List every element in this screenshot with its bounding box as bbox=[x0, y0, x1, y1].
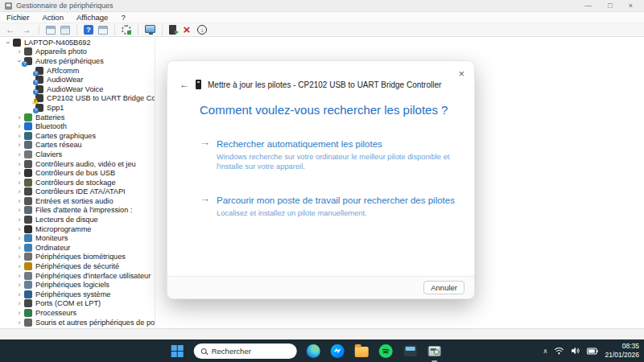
menu-action[interactable]: Action bbox=[43, 13, 64, 22]
minimize-button[interactable]: — bbox=[584, 0, 592, 12]
expander-icon[interactable]: › bbox=[14, 132, 24, 140]
expander-icon[interactable]: › bbox=[14, 319, 24, 327]
expander-icon[interactable]: › bbox=[14, 206, 24, 214]
tree-item[interactable]: ›Ports (COM et LPT) bbox=[0, 299, 155, 309]
tree-item[interactable]: ›Moniteurs bbox=[0, 233, 155, 243]
tree-item[interactable]: ›?ARfcomm bbox=[0, 66, 155, 76]
menu-affichage[interactable]: Affichage bbox=[76, 13, 108, 22]
unknown-device-icon: ? bbox=[35, 104, 43, 112]
expander-icon[interactable]: › bbox=[14, 234, 24, 242]
expander-icon[interactable]: › bbox=[14, 179, 24, 187]
expander-icon[interactable]: › bbox=[14, 309, 24, 317]
expander-icon[interactable]: › bbox=[14, 141, 24, 149]
tree-item[interactable]: ›Contrôleurs IDE ATA/ATAPI bbox=[0, 187, 155, 197]
dialog-back-icon[interactable]: ← bbox=[180, 79, 189, 90]
expander-icon[interactable]: › bbox=[4, 38, 12, 47]
option-title[interactable]: Rechercher automatiquement les pilotes bbox=[217, 139, 382, 149]
expander-icon[interactable]: › bbox=[14, 150, 24, 158]
export-list-icon[interactable] bbox=[60, 26, 70, 35]
close-button[interactable]: × bbox=[629, 0, 633, 12]
expander-icon[interactable]: › bbox=[14, 262, 24, 270]
tree-item[interactable]: ›?AudioWear bbox=[0, 75, 155, 84]
tree-item[interactable]: ›Bluetooth bbox=[0, 121, 155, 131]
tree-item[interactable]: ›Périphériques d'interface utilisateur bbox=[0, 271, 155, 281]
tree-item-label: ARfcomm bbox=[47, 67, 79, 75]
tree-item[interactable]: ›Contrôleurs de bus USB bbox=[0, 168, 155, 178]
properties-icon[interactable] bbox=[98, 26, 108, 35]
tree-item[interactable]: ›Périphériques de sécurité bbox=[0, 261, 155, 271]
tree-item[interactable]: ›LAPTOP-N405B692 bbox=[0, 38, 155, 47]
tree-item[interactable]: ›Appareils photo bbox=[0, 47, 155, 57]
tree-item[interactable]: ›?Autres périphériques bbox=[0, 56, 155, 66]
option-search-automatically[interactable]: → Rechercher automatiquement les pilotes… bbox=[200, 136, 473, 171]
expander-icon[interactable]: › bbox=[14, 169, 24, 177]
tree-item[interactable]: ›CP2102 USB to UART Bridge Controller bbox=[0, 94, 155, 104]
forward-icon[interactable] bbox=[21, 25, 32, 35]
expander-icon[interactable]: › bbox=[14, 197, 24, 205]
cancel-button[interactable]: Annuler bbox=[423, 281, 464, 294]
expander-icon[interactable]: › bbox=[14, 122, 24, 130]
tree-item[interactable]: ›?Spp1 bbox=[0, 103, 155, 113]
expander-icon[interactable]: › bbox=[14, 225, 24, 233]
option-browse-computer[interactable]: → Parcourir mon poste de travail pour re… bbox=[200, 192, 455, 219]
tree-item[interactable]: ›Périphériques système bbox=[0, 290, 155, 299]
expander-icon[interactable]: › bbox=[14, 253, 24, 261]
update-driver-icon[interactable] bbox=[122, 25, 131, 35]
taskbar-app-edge[interactable] bbox=[306, 343, 321, 359]
tree-item[interactable]: ›Files d'attente à l'impression : bbox=[0, 206, 155, 216]
tree-item[interactable]: ›Ordinateur bbox=[0, 243, 155, 253]
tree-item[interactable]: ›Processeurs bbox=[0, 308, 155, 318]
tree-item[interactable]: ›Contrôleurs audio, vidéo et jeu bbox=[0, 159, 155, 169]
start-button[interactable] bbox=[170, 343, 185, 359]
maximize-button[interactable]: □ bbox=[608, 0, 612, 12]
tree-item[interactable]: ›Entrées et sorties audio bbox=[0, 196, 155, 206]
storage-controller-icon bbox=[24, 179, 32, 187]
expander-icon[interactable]: › bbox=[14, 281, 24, 289]
expander-icon[interactable]: › bbox=[14, 113, 24, 121]
taskbar-app-spotify[interactable] bbox=[378, 343, 394, 359]
tree-item[interactable]: ›Souris et autres périphériques de point… bbox=[0, 318, 155, 327]
disable-device-icon[interactable] bbox=[197, 25, 207, 35]
folder-icon bbox=[355, 347, 369, 357]
taskbar-app-messenger[interactable] bbox=[330, 343, 345, 359]
menu-help[interactable]: ? bbox=[121, 13, 125, 22]
tree-item[interactable]: ›Cartes graphiques bbox=[0, 131, 155, 141]
taskbar-app-file-explorer[interactable] bbox=[354, 343, 369, 359]
taskbar-search[interactable]: Rechercher bbox=[194, 343, 297, 359]
expander-icon[interactable]: › bbox=[14, 290, 24, 298]
expander-icon[interactable]: › bbox=[14, 187, 24, 195]
tree-item[interactable]: ›Microprogramme bbox=[0, 224, 155, 234]
tree-item[interactable]: ›Lecteurs de disque bbox=[0, 215, 155, 224]
wifi-icon[interactable] bbox=[554, 347, 564, 355]
volume-icon[interactable] bbox=[571, 347, 580, 355]
tree-item-label: Contrôleurs de bus USB bbox=[35, 169, 115, 177]
chevron-up-icon[interactable]: ∧ bbox=[543, 348, 548, 355]
scan-hardware-changes-icon[interactable] bbox=[145, 25, 155, 33]
expander-icon[interactable]: › bbox=[14, 47, 24, 56]
expander-icon[interactable]: › bbox=[14, 216, 24, 224]
tree-item[interactable]: ›Claviers bbox=[0, 150, 155, 159]
taskbar-clock[interactable]: 08:35 21/01/2026 bbox=[605, 342, 639, 360]
expander-icon[interactable]: › bbox=[14, 160, 24, 168]
back-icon[interactable] bbox=[5, 25, 16, 35]
add-legacy-hardware-icon[interactable] bbox=[169, 25, 176, 35]
expander-icon[interactable]: › bbox=[14, 299, 24, 307]
tree-item[interactable]: ›Périphériques biométriques bbox=[0, 253, 155, 262]
menu-fichier[interactable]: Fichier bbox=[6, 13, 30, 22]
help-icon[interactable] bbox=[84, 25, 93, 35]
tree-item[interactable]: ›Cartes réseau bbox=[0, 141, 155, 150]
option-title[interactable]: Parcourir mon poste de travail pour rech… bbox=[217, 195, 455, 205]
taskbar-app-snipping[interactable] bbox=[402, 343, 418, 359]
expander-icon[interactable]: › bbox=[14, 272, 24, 280]
console-tree-icon[interactable] bbox=[46, 26, 56, 35]
battery-icon[interactable] bbox=[587, 348, 598, 355]
taskbar-app-device-manager[interactable] bbox=[427, 343, 442, 359]
expander-icon[interactable]: › bbox=[14, 244, 24, 252]
tree-item[interactable]: ›Batteries bbox=[0, 113, 155, 122]
tree-item[interactable]: ›Périphériques logiciels bbox=[0, 280, 155, 290]
tree-item-label: Processeurs bbox=[35, 309, 76, 317]
tree-item[interactable]: ›?AudioWear Voice bbox=[0, 84, 155, 94]
uninstall-device-icon[interactable] bbox=[181, 25, 192, 35]
dialog-close-icon[interactable]: × bbox=[458, 68, 464, 80]
tree-item[interactable]: ›Contrôleurs de stockage bbox=[0, 178, 155, 187]
